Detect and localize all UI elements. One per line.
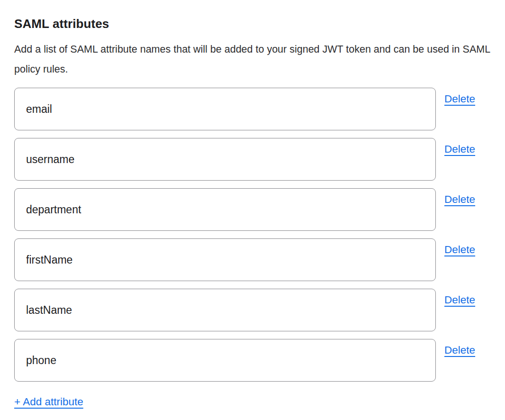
attribute-row: Delete bbox=[14, 88, 491, 130]
attribute-input[interactable] bbox=[14, 188, 436, 231]
section-description: Add a list of SAML attribute names that … bbox=[14, 39, 491, 79]
attribute-row: Delete bbox=[14, 238, 491, 281]
attribute-input[interactable] bbox=[14, 289, 436, 331]
attribute-row: Delete bbox=[14, 188, 491, 231]
add-attribute-link[interactable]: + Add attribute bbox=[14, 396, 83, 408]
delete-attribute-link[interactable]: Delete bbox=[444, 344, 475, 356]
delete-attribute-link[interactable]: Delete bbox=[444, 93, 475, 105]
attribute-row: Delete bbox=[14, 289, 491, 331]
delete-attribute-link[interactable]: Delete bbox=[444, 244, 475, 256]
attribute-input[interactable] bbox=[14, 238, 436, 281]
delete-attribute-link[interactable]: Delete bbox=[444, 143, 475, 155]
attribute-input[interactable] bbox=[14, 138, 436, 181]
delete-attribute-link[interactable]: Delete bbox=[444, 294, 475, 306]
delete-attribute-link[interactable]: Delete bbox=[444, 193, 475, 206]
section-title: SAML attributes bbox=[14, 16, 491, 31]
attribute-row: Delete bbox=[14, 339, 491, 382]
attribute-input[interactable] bbox=[14, 339, 436, 382]
attribute-input[interactable] bbox=[14, 88, 436, 130]
saml-attributes-section: SAML attributes Add a list of SAML attri… bbox=[0, 0, 505, 408]
attribute-row: Delete bbox=[14, 138, 491, 181]
